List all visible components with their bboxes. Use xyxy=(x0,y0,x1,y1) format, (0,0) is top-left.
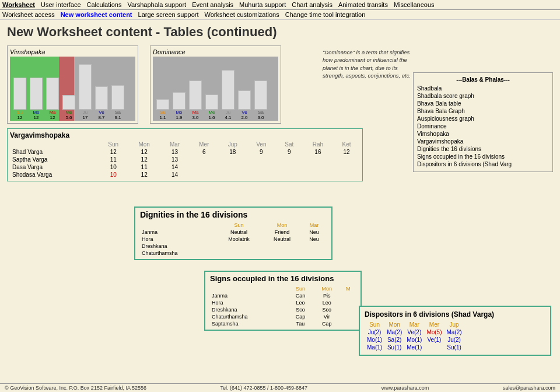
dominance-note: "Dominance" is a term that signifies how… xyxy=(323,48,419,79)
dom-bar-sa: Sa3.0 xyxy=(253,80,268,121)
menu-item-calculations[interactable]: Calculations xyxy=(87,1,122,8)
dom-bar-su: Su1.1 xyxy=(155,99,170,121)
footer: © GeoVision Software, Inc. P.O. Box 2152… xyxy=(0,383,560,392)
varga-title: Vargavimshopaka xyxy=(10,131,360,139)
table-row: Saptha Varga 111213 xyxy=(10,156,360,163)
footer-phone: Tel. (641) 472-0855 / 1-800-459-6847 xyxy=(220,385,308,391)
sub-menu-bar: Worksheet access New worksheet content L… xyxy=(0,10,560,20)
panel-item-bhava-graph[interactable]: Bhava Bala Graph xyxy=(417,107,549,115)
panel-item-dispositors[interactable]: Dispositors in 6 divisions (Shad Varg xyxy=(417,160,549,168)
table-row: Chaturthamsha xyxy=(140,250,327,257)
dignities-table: Sun Mon Mar JanmaNeutralFriendNeu HoraMo… xyxy=(140,222,327,257)
vim-bar-ju: Ju17 xyxy=(78,64,93,121)
menu-item-worksheet[interactable]: Worksheet xyxy=(2,1,35,8)
dignities-box: Dignities in the 16 divisions Sun Mon Ma… xyxy=(134,206,332,260)
dispositors-title: Dispositors in 6 divisions (Shad Varga) xyxy=(365,310,545,318)
panel-item-bhava-table[interactable]: Bhava Bala table xyxy=(417,100,549,107)
varga-table: Sun Mon Mar Mer Jup Ven Sat Rah Ket Shad… xyxy=(10,141,360,178)
page-title: New Worksheet content - Tables (continue… xyxy=(7,24,553,40)
footer-email: sales@parashara.com xyxy=(503,385,555,391)
sub-item-customizations[interactable]: Worksheet customizations xyxy=(204,11,279,18)
table-row: DreshkanaScoSco xyxy=(210,306,356,313)
sub-item-large-screen[interactable]: Large screen support xyxy=(138,11,199,18)
signs-box: Signs occupied in the 16 divisions Sun M… xyxy=(204,271,362,331)
signs-title: Signs occupied in the 16 divisions xyxy=(210,274,356,283)
vim-bar-mo: Mo12 xyxy=(29,78,44,121)
panel-item-shadbala-graph[interactable]: Shadbala score graph xyxy=(417,92,549,100)
menu-item-misc[interactable]: Miscellaneous xyxy=(394,1,435,8)
vimshopaka-chart: Vimshopaka Su12 Mo12 Ma12 xyxy=(7,46,138,124)
vimshopaka-title: Vimshopaka xyxy=(10,48,135,55)
panel-item-dignities[interactable]: Dignities the 16 divisions xyxy=(417,145,549,153)
top-menu-bar: Worksheet User interface Calculations Va… xyxy=(0,0,560,10)
table-row: Ju(2) Ma(2) Ve(2) Mo(5) Ma(2) xyxy=(365,328,464,336)
panel-item-vargavimshopaka[interactable]: Vargavimshopaka xyxy=(417,138,549,145)
vim-bar-ve: Ve8.7 xyxy=(94,86,109,121)
sub-item-time-integration[interactable]: Change time tool integration xyxy=(285,11,366,18)
dispositors-box: Dispositors in 6 divisions (Shad Varga) … xyxy=(359,306,551,356)
dom-bar-me: Me1.6 xyxy=(204,94,219,121)
dom-bar-ju: Ju4.1 xyxy=(220,70,236,121)
table-row: JanmaCanPis xyxy=(210,292,356,299)
dignities-title: Dignities in the 16 divisions xyxy=(140,210,327,219)
right-panel: ---Balas & Phalas--- Shadbala Shadbala s… xyxy=(413,72,553,172)
footer-copyright: © GeoVision Software, Inc. P.O. Box 2152… xyxy=(5,385,146,391)
table-row: SaptamshaTauCap xyxy=(210,320,356,327)
dispositors-table: Sun Mon Mar Mer Jup Ju(2) Ma(2) Ve(2) Mo… xyxy=(365,321,464,351)
panel-item-signs[interactable]: Signs occupied in the 16 divisions xyxy=(417,153,549,160)
panel-item-shadbala[interactable]: Shadbala xyxy=(417,85,549,92)
dom-bar-ve: Ve2.0 xyxy=(237,90,252,121)
panel-title: ---Balas & Phalas--- xyxy=(417,76,549,83)
dominance-title: Dominance xyxy=(153,48,278,55)
varga-section: Vargavimshopaka Sun Mon Mar Mer Jup Ven … xyxy=(7,128,363,181)
vim-bar-ma: Ma12 xyxy=(45,78,60,121)
table-row: ChaturthamshaCapVir xyxy=(210,313,356,320)
panel-item-dominance[interactable]: Dominance xyxy=(417,123,549,130)
sub-item-access[interactable]: Worksheet access xyxy=(2,11,55,18)
sub-item-new-content[interactable]: New worksheet content xyxy=(61,11,132,18)
table-row: Ma(1) Su(1) Me(1) Su(1) xyxy=(365,344,464,351)
menu-item-chart-analysis[interactable]: Chart analysis xyxy=(292,1,332,8)
menu-item-ui[interactable]: User interface xyxy=(41,1,80,8)
table-row: HoraLeoLeo xyxy=(210,299,356,306)
vim-bar-sa: Sa9.1 xyxy=(110,85,125,121)
main-content: New Worksheet content - Tables (continue… xyxy=(0,20,560,190)
vim-bar-me: Me5.6 xyxy=(61,95,76,121)
vim-bar-su: Su12 xyxy=(12,78,27,121)
table-row: Shodasa Varga 101214 xyxy=(10,171,360,178)
menu-item-animated[interactable]: Animated transits xyxy=(338,1,388,8)
table-row: Shad Varga 121213618991612 xyxy=(10,148,360,156)
panel-item-vimshopaka[interactable]: Vimshopaka xyxy=(417,130,549,138)
panel-item-auspiciousness[interactable]: Auspiciousness graph xyxy=(417,115,549,123)
menu-item-muhurta[interactable]: Muhurta support xyxy=(239,1,286,8)
footer-website: www.parashara.com xyxy=(382,385,429,391)
menu-item-varshaphala[interactable]: Varshaphala support xyxy=(127,1,186,8)
dominance-chart: Dominance Su1.1 Mo1.9 Ma3.0 Me1.6 xyxy=(150,46,281,124)
dom-bar-ma: Ma3.0 xyxy=(188,80,203,121)
table-row: Dreshkana xyxy=(140,243,327,250)
menu-item-event-analysis[interactable]: Event analysis xyxy=(192,1,233,8)
table-row: JanmaNeutralFriendNeu xyxy=(140,229,327,236)
table-row: HoraMoolatrikNeutralNeu xyxy=(140,236,327,243)
table-row: Mo(1) Sa(2) Mo(1) Ve(1) Ju(2) xyxy=(365,336,464,344)
signs-table: Sun Mon M JanmaCanPis HoraLeoLeo Dreshka… xyxy=(210,285,356,327)
table-row: Dasa Varga 101114 xyxy=(10,163,360,171)
dom-bar-mo: Mo1.9 xyxy=(172,92,187,121)
